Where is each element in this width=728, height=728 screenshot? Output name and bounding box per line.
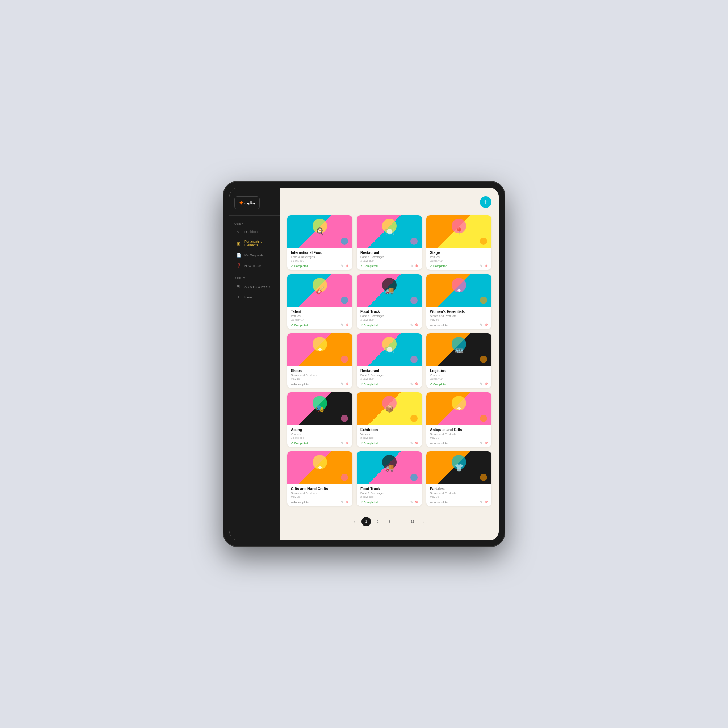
card-date-restaurant-2: 3 days ago — [360, 377, 418, 380]
card-footer-gifts-hand-crafts: — Incomplete ✎ 🗑 — [291, 500, 349, 504]
sidebar-logo: ✦ مطلوب — [229, 193, 280, 216]
card-restaurant-1[interactable]: 🍽️ Restaurant Food & Beverages 3 days ag… — [357, 215, 422, 270]
edit-icon-talent[interactable]: ✎ — [341, 323, 344, 327]
edit-icon-international-food[interactable]: ✎ — [341, 264, 344, 268]
next-page-button[interactable]: › — [419, 517, 429, 526]
card-date-food-truck-1: 3 days ago — [360, 318, 418, 321]
delete-icon-restaurant-1[interactable]: 🗑 — [415, 264, 418, 268]
prev-page-button[interactable]: ‹ — [350, 517, 359, 526]
card-actions-gifts-hand-crafts: ✎ 🗑 — [341, 500, 349, 504]
delete-icon-talent[interactable]: 🗑 — [346, 323, 349, 327]
edit-icon-exhibition[interactable]: ✎ — [410, 441, 413, 445]
card-part-time[interactable]: 👕 Part-time Stores and Products May 30 —… — [426, 451, 491, 506]
card-body-stage: Stage Venues January 14 ✓ Completed ✎ 🗑 — [426, 248, 491, 270]
card-title-talent: Talent — [291, 310, 349, 314]
page-button-11[interactable]: 11 — [408, 517, 417, 526]
status-badge-talent: ✓ Completed — [291, 323, 308, 327]
delete-icon-antiques-gifts[interactable]: 🗑 — [485, 441, 488, 445]
edit-icon-womens-essentials[interactable]: ✎ — [480, 323, 483, 327]
card-image-gifts-hand-crafts: ✦ — [287, 451, 352, 484]
card-date-restaurant-1: 3 days ago — [360, 259, 418, 262]
page-button-3[interactable]: 3 — [385, 517, 394, 526]
card-international-food[interactable]: 🍳 International Food Food & Beverages 3 … — [287, 215, 352, 270]
page-button-2[interactable]: 2 — [373, 517, 382, 526]
edit-icon-food-truck-2[interactable]: ✎ — [410, 500, 413, 504]
card-actions-stage: ✎ 🗑 — [480, 264, 488, 268]
card-womens-essentials[interactable]: ✦ Women's Essentials Stores and Products… — [426, 274, 491, 329]
delete-icon-stage[interactable]: 🗑 — [485, 264, 488, 268]
edit-icon-shoes[interactable]: ✎ — [341, 382, 344, 386]
card-exhibition[interactable]: 📦 Exhibition Venues 3 days ago ✓ Complet… — [357, 392, 422, 447]
card-restaurant-2[interactable]: 🍽️ Restaurant Food & Beverages 3 days ag… — [357, 333, 422, 388]
card-category-stage: Venues — [430, 255, 488, 258]
card-date-part-time: May 30 — [430, 495, 488, 499]
card-category-food-truck-2: Food & Beverages — [360, 491, 418, 495]
edit-icon-acting[interactable]: ✎ — [341, 441, 344, 445]
card-food-truck-2[interactable]: 🚚 Food Truck Food & Beverages 2 days ago… — [357, 451, 422, 506]
status-badge-part-time: — Incomplete — [430, 500, 448, 504]
card-body-acting: Acting Venues 3 days ago ✓ Completed ✎ 🗑 — [287, 425, 352, 447]
card-image-talent: 🎸 — [287, 274, 352, 307]
sidebar-item-seasons-events[interactable]: ⊞ Seasons & Events — [231, 282, 278, 292]
edit-icon-restaurant-1[interactable]: ✎ — [410, 264, 413, 268]
card-actions-food-truck-2: ✎ 🗑 — [410, 500, 418, 504]
edit-icon-logistics[interactable]: ✎ — [480, 382, 483, 386]
card-category-food-truck-1: Food & Beverages — [360, 314, 418, 318]
card-title-exhibition: Exhibition — [360, 428, 418, 432]
page-header: + — [287, 196, 491, 208]
sidebar-label-dashboard: Dashboard — [245, 230, 260, 234]
card-actions-acting: ✎ 🗑 — [341, 441, 349, 445]
card-footer-restaurant-2: ✓ Completed ✎ 🗑 — [360, 382, 418, 386]
delete-icon-food-truck-2[interactable]: 🗑 — [415, 500, 418, 504]
card-acting[interactable]: 🎭 Acting Venues 3 days ago ✓ Completed ✎… — [287, 392, 352, 447]
card-title-food-truck-1: Food Truck — [360, 310, 418, 314]
edit-icon-antiques-gifts[interactable]: ✎ — [480, 441, 483, 445]
delete-icon-restaurant-2[interactable]: 🗑 — [415, 382, 418, 386]
card-footer-restaurant-1: ✓ Completed ✎ 🗑 — [360, 264, 418, 268]
card-antiques-gifts[interactable]: ✦ Antiques and Gifts Stores and Products… — [426, 392, 491, 447]
card-talent[interactable]: 🎸 Talent Venues January 14 ✓ Completed ✎… — [287, 274, 352, 329]
card-image-womens-essentials: ✦ — [426, 274, 491, 307]
card-body-food-truck-1: Food Truck Food & Beverages 3 days ago ✓… — [357, 307, 422, 329]
delete-icon-shoes[interactable]: 🗑 — [346, 382, 349, 386]
home-icon: ⌂ — [237, 229, 242, 234]
delete-icon-acting[interactable]: 🗑 — [346, 441, 349, 445]
delete-icon-exhibition[interactable]: 🗑 — [415, 441, 418, 445]
card-footer-exhibition: ✓ Completed ✎ 🗑 — [360, 441, 418, 445]
delete-icon-international-food[interactable]: 🗑 — [346, 264, 349, 268]
sidebar-item-how-to-use[interactable]: ❓ How to use — [231, 261, 278, 271]
card-title-antiques-gifts: Antiques and Gifts — [430, 428, 488, 432]
card-category-womens-essentials: Stores and Products — [430, 314, 488, 318]
page-button-1[interactable]: 1 — [361, 517, 371, 526]
card-shoes[interactable]: ✦ Shoes Stores and Products May 10 — Inc… — [287, 333, 352, 388]
sidebar-item-ideas[interactable]: ✦ Ideas — [231, 292, 278, 302]
edit-icon-food-truck-1[interactable]: ✎ — [410, 323, 413, 327]
logo-text: مطلوب — [245, 201, 255, 205]
status-badge-restaurant-2: ✓ Completed — [360, 382, 378, 386]
delete-icon-gifts-hand-crafts[interactable]: 🗑 — [346, 500, 349, 504]
sidebar-item-participating-elements[interactable]: ▣ Participating Elements — [231, 237, 278, 249]
edit-icon-stage[interactable]: ✎ — [480, 264, 483, 268]
card-date-talent: January 14 — [291, 318, 349, 321]
card-logistics[interactable]: 🚌 Logistics Venues January 14 ✓ Complete… — [426, 333, 491, 388]
sidebar-item-dashboard[interactable]: ⌂ Dashboard — [231, 227, 278, 237]
edit-icon-restaurant-2[interactable]: ✎ — [410, 382, 413, 386]
card-stage[interactable]: 📍 Stage Venues January 14 ✓ Completed ✎ … — [426, 215, 491, 270]
card-image-international-food: 🍳 — [287, 215, 352, 248]
card-title-womens-essentials: Women's Essentials — [430, 310, 488, 314]
card-footer-food-truck-1: ✓ Completed ✎ 🗑 — [360, 323, 418, 327]
calendar-icon: ⊞ — [237, 284, 242, 289]
status-badge-restaurant-1: ✓ Completed — [360, 265, 378, 268]
delete-icon-part-time[interactable]: 🗑 — [485, 500, 488, 504]
edit-icon-gifts-hand-crafts[interactable]: ✎ — [341, 500, 344, 504]
delete-icon-logistics[interactable]: 🗑 — [485, 382, 488, 386]
card-food-truck-1[interactable]: 🚚 Food Truck Food & Beverages 3 days ago… — [357, 274, 422, 329]
delete-icon-food-truck-1[interactable]: 🗑 — [415, 323, 418, 327]
add-button[interactable]: + — [480, 196, 491, 208]
card-date-stage: January 14 — [430, 259, 488, 262]
edit-icon-part-time[interactable]: ✎ — [480, 500, 483, 504]
delete-icon-womens-essentials[interactable]: 🗑 — [485, 323, 488, 327]
status-badge-logistics: ✓ Completed — [430, 382, 447, 386]
card-gifts-hand-crafts[interactable]: ✦ Gifts and Hand Crafts Stores and Produ… — [287, 451, 352, 506]
sidebar-item-my-requests[interactable]: 📄 My Requests — [231, 250, 278, 260]
